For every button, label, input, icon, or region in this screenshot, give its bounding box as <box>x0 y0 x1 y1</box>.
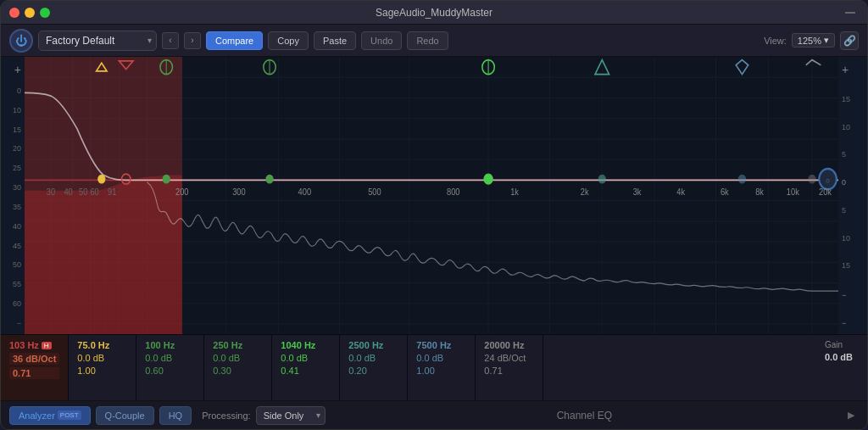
svg-text:3k: 3k <box>633 187 643 198</box>
svg-text:20k: 20k <box>819 187 832 198</box>
scale-25: 25 <box>4 164 21 172</box>
maximize-button[interactable] <box>40 8 50 18</box>
band1-info: 103 Hz H 36 dB/Oct 0.71 <box>1 335 69 400</box>
band8-gain: 24 dB/Oct <box>484 353 534 363</box>
svg-point-46 <box>484 174 492 184</box>
band5-freq: 1040 Hz <box>281 340 331 350</box>
scale-40: 40 <box>4 222 21 231</box>
svg-text:50: 50 <box>79 187 88 198</box>
svg-point-48 <box>738 175 745 183</box>
window-collapse-handle[interactable] <box>845 12 855 14</box>
view-value[interactable]: 125% ▾ <box>792 33 835 47</box>
post-tag: POST <box>58 410 81 420</box>
band6-freq: 2500 Hz <box>348 340 398 350</box>
band2-freq: 75.0 Hz <box>77 340 127 350</box>
play-button[interactable]: ▶ <box>843 408 859 423</box>
svg-text:10k: 10k <box>787 187 800 198</box>
svg-text:300: 300 <box>232 187 246 198</box>
svg-text:○: ○ <box>826 176 830 185</box>
scale-20: 20 <box>4 144 21 153</box>
footer: Analyzer POST Q-Couple HQ Processing: St… <box>1 400 867 429</box>
analyzer-label: Analyzer <box>19 410 55 421</box>
scale-60: 60 <box>4 299 21 308</box>
redo-button[interactable]: Redo <box>407 31 448 50</box>
band3-info: 100 Hz 0.0 dB 0.60 <box>136 335 204 400</box>
copy-button[interactable]: Copy <box>268 31 309 50</box>
right-scale-10b: 10 <box>842 234 850 243</box>
eq-main: + 0 10 15 20 25 30 35 40 45 50 55 60 − <box>1 57 867 334</box>
band5-info: 1040 Hz 0.0 dB 0.41 <box>272 335 340 400</box>
svg-text:400: 400 <box>298 187 312 198</box>
chevron-right-icon: › <box>191 36 193 45</box>
prev-preset-button[interactable]: ‹ <box>162 32 179 49</box>
band3-q: 0.60 <box>145 366 195 376</box>
right-scale-5b: 5 <box>842 206 846 215</box>
svg-text:800: 800 <box>447 187 460 198</box>
band2-info: 75.0 Hz 0.0 dB 1.00 <box>69 335 136 400</box>
scale-35: 35 <box>4 203 21 211</box>
scale-55: 55 <box>4 280 21 288</box>
preset-select[interactable]: Factory Default <box>38 31 157 51</box>
left-minus: − <box>4 319 21 327</box>
band7-info: 7500 Hz 0.0 dB 1.00 <box>408 335 476 400</box>
band-info-panel: 103 Hz H 36 dB/Oct 0.71 75.0 Hz 0.0 dB 1… <box>1 334 867 400</box>
right-scale-10: 10 <box>842 123 850 131</box>
band7-q: 1.00 <box>416 366 466 376</box>
left-plus-button[interactable]: + <box>4 64 21 75</box>
processing-select[interactable]: StereoLeft OnlyRight OnlyMid OnlySide On… <box>256 406 326 425</box>
band1-type-tag: H <box>42 342 52 349</box>
processing-wrapper: StereoLeft OnlyRight OnlyMid OnlySide On… <box>256 406 326 425</box>
band8-freq: 20000 Hz <box>484 340 534 350</box>
band4-q: 0.30 <box>213 366 263 376</box>
band6-gain: 0.0 dB <box>348 353 398 363</box>
eq-canvas-wrapper[interactable]: ○ 30 40 50 60 91 200 300 400 500 800 1k … <box>25 57 838 334</box>
compare-button[interactable]: Compare <box>206 31 263 50</box>
band8-info: 20000 Hz 24 dB/Oct 0.71 <box>476 335 543 400</box>
scale-0: 0 <box>4 87 21 95</box>
undo-button[interactable]: Undo <box>361 31 402 50</box>
title-bar: SageAudio_MuddyMaster <box>1 1 867 25</box>
hq-button[interactable]: HQ <box>159 406 192 425</box>
qcouple-button[interactable]: Q-Couple <box>96 406 154 425</box>
main-window: SageAudio_MuddyMaster ⏻ Factory Default … <box>0 0 868 430</box>
link-button[interactable]: 🔗 <box>840 31 859 50</box>
svg-text:6k: 6k <box>721 187 730 198</box>
view-chevron-icon: ▾ <box>824 35 829 46</box>
view-percent: 125% <box>798 36 821 46</box>
left-scale: + 0 10 15 20 25 30 35 40 45 50 55 60 − <box>1 57 25 334</box>
scale-10: 10 <box>4 106 21 114</box>
paste-button[interactable]: Paste <box>314 31 356 50</box>
toolbar: ⏻ Factory Default ‹ › Compare Copy Paste… <box>1 25 867 57</box>
right-scale: + 15 10 5 0 5 10 15 − − <box>838 57 867 334</box>
band4-info: 250 Hz 0.0 dB 0.30 <box>204 335 272 400</box>
svg-text:4k: 4k <box>676 187 686 198</box>
band3-freq: 100 Hz <box>145 340 195 350</box>
scale-45: 45 <box>4 242 21 250</box>
minimize-button[interactable] <box>25 8 35 18</box>
svg-text:8k: 8k <box>755 187 765 198</box>
band2-gain: 0.0 dB <box>77 353 127 363</box>
link-icon: 🔗 <box>843 35 856 47</box>
window-title: SageAudio_MuddyMaster <box>376 7 492 19</box>
right-scale-15b: 15 <box>842 261 850 270</box>
next-preset-button[interactable]: › <box>184 32 201 49</box>
right-plus-btn[interactable]: + <box>842 64 849 75</box>
right-scale-5a: 5 <box>842 150 846 159</box>
svg-point-45 <box>266 175 273 183</box>
analyzer-button[interactable]: Analyzer POST <box>9 406 91 425</box>
right-minus: − <box>842 291 846 299</box>
close-button[interactable] <box>9 8 19 18</box>
svg-text:2k: 2k <box>581 187 590 198</box>
view-label: View: <box>764 36 787 46</box>
chevron-left-icon: ‹ <box>169 36 171 45</box>
eq-area: + 0 10 15 20 25 30 35 40 45 50 55 60 − <box>1 57 867 400</box>
band6-q: 0.20 <box>348 366 398 376</box>
svg-text:60: 60 <box>90 187 99 198</box>
band5-q: 0.41 <box>281 366 331 376</box>
power-button[interactable]: ⏻ <box>9 29 33 53</box>
eq-visualization: ○ 30 40 50 60 91 200 300 400 500 800 1k … <box>25 57 838 334</box>
svg-text:200: 200 <box>175 187 189 198</box>
scale-50: 50 <box>4 260 21 269</box>
svg-point-43 <box>98 175 105 183</box>
gain-label: Gain <box>825 340 859 349</box>
